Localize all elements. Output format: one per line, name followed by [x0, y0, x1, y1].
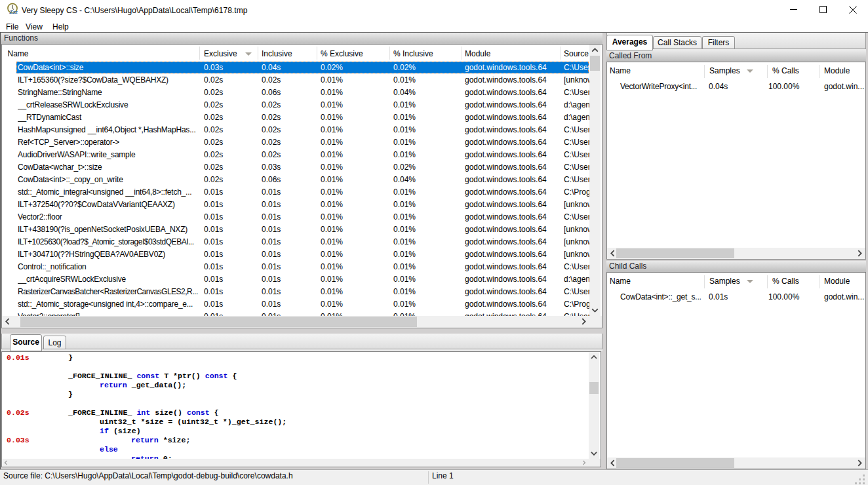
svg-text:Zzz: Zzz — [9, 9, 18, 15]
